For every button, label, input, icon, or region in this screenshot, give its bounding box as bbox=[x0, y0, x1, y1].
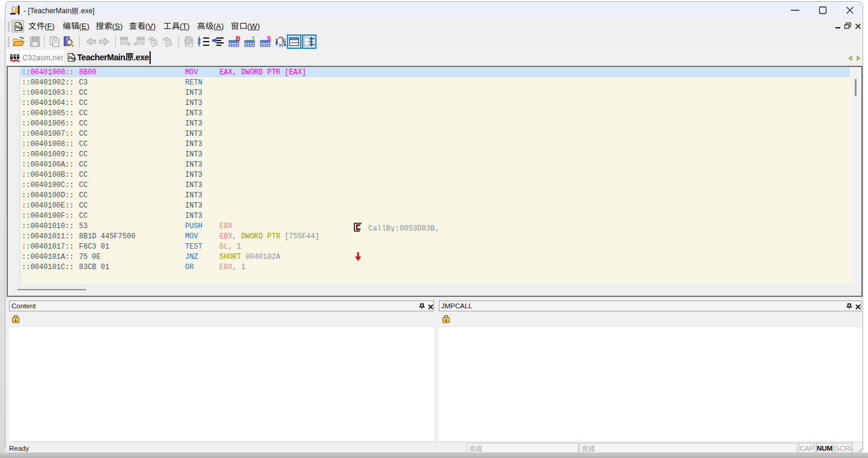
svg-text:1: 1 bbox=[251, 35, 255, 42]
svg-text:01: 01 bbox=[72, 57, 76, 62]
svg-text:B: B bbox=[236, 35, 241, 42]
svg-text:$: $ bbox=[267, 35, 271, 42]
svg-text:H: H bbox=[279, 42, 283, 48]
svg-text:01: 01 bbox=[19, 27, 23, 31]
